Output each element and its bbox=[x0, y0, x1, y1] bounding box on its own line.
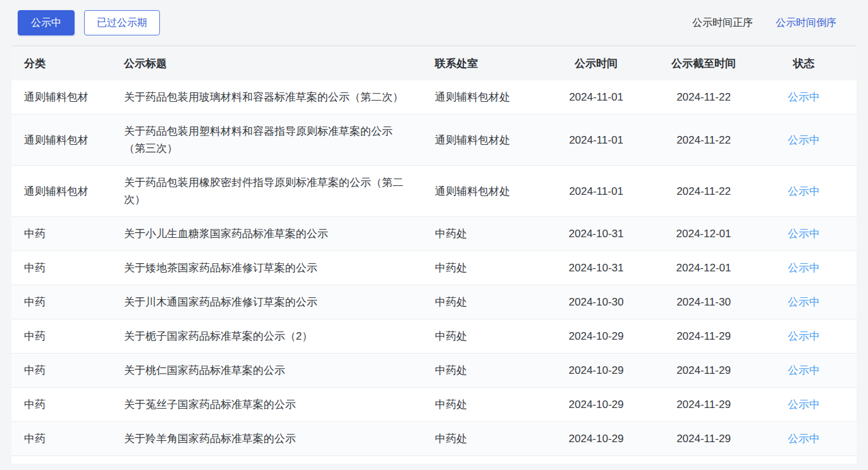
table-body: 通则辅料包材关于药品包装用玻璃材料和容器标准草案的公示（第二次）通则辅料包材处2… bbox=[11, 80, 857, 456]
column-header-status: 状态 bbox=[751, 46, 857, 80]
status-link[interactable]: 公示中 bbox=[751, 388, 857, 422]
notice-title-link[interactable]: 关于矮地茶国家药品标准修订草案的公示 bbox=[111, 251, 422, 285]
toolbar: 公示中 已过公示期 公示时间正序 公示时间倒序 bbox=[11, 0, 857, 46]
notice-table-container: 分类 公示标题 联系处室 公示时间 公示截至时间 状态 通则辅料包材关于药品包装… bbox=[11, 46, 857, 464]
cell-publish-date: 2024-10-30 bbox=[536, 285, 656, 319]
sort-links: 公示时间正序 公示时间倒序 bbox=[692, 16, 836, 30]
notice-title-link[interactable]: 关于栀子国家药品标准草案的公示（2） bbox=[111, 319, 422, 354]
cell-category: 中药 bbox=[11, 285, 111, 319]
cell-category: 中药 bbox=[11, 319, 111, 354]
cell-category: 中药 bbox=[11, 217, 111, 251]
status-link[interactable]: 公示中 bbox=[751, 354, 857, 388]
column-header-category: 分类 bbox=[11, 46, 111, 80]
notice-list-page: 公示中 已过公示期 公示时间正序 公示时间倒序 分类 公示标题 联系处室 公示时… bbox=[0, 0, 868, 464]
cell-category: 中药 bbox=[11, 354, 111, 388]
status-link[interactable]: 公示中 bbox=[751, 166, 857, 217]
table-row: 中药关于矮地茶国家药品标准修订草案的公示中药处2024-10-312024-12… bbox=[11, 251, 857, 285]
cell-deadline-date: 2024-11-29 bbox=[656, 319, 751, 354]
cell-office: 中药处 bbox=[422, 422, 536, 456]
cell-deadline-date: 2024-11-29 bbox=[656, 422, 751, 456]
notice-title-link[interactable]: 关于药品包装用橡胶密封件指导原则标准草案的公示（第二次） bbox=[111, 166, 422, 217]
table-header-row: 分类 公示标题 联系处室 公示时间 公示截至时间 状态 bbox=[11, 46, 857, 80]
column-header-office: 联系处室 bbox=[422, 46, 536, 80]
cell-office: 通则辅料包材处 bbox=[422, 166, 536, 217]
status-link[interactable]: 公示中 bbox=[751, 285, 857, 319]
cell-publish-date: 2024-11-01 bbox=[536, 166, 656, 217]
cell-office: 中药处 bbox=[422, 217, 536, 251]
table-row: 中药关于小儿生血糖浆国家药品标准草案的公示中药处2024-10-312024-1… bbox=[11, 217, 857, 251]
column-header-deadline-date: 公示截至时间 bbox=[656, 46, 751, 80]
cell-publish-date: 2024-10-29 bbox=[536, 388, 656, 422]
notice-title-link[interactable]: 关于小儿生血糖浆国家药品标准草案的公示 bbox=[111, 217, 422, 251]
sort-desc-link[interactable]: 公示时间倒序 bbox=[776, 16, 836, 30]
filter-button-active[interactable]: 公示中 bbox=[18, 10, 75, 35]
table-row: 通则辅料包材关于药品包装用塑料材料和容器指导原则标准草案的公示（第三次）通则辅料… bbox=[11, 114, 857, 166]
notice-title-link[interactable]: 关于菟丝子国家药品标准草案的公示 bbox=[111, 388, 422, 422]
cell-office: 中药处 bbox=[422, 251, 536, 285]
cell-deadline-date: 2024-11-29 bbox=[656, 354, 751, 388]
cell-category: 中药 bbox=[11, 251, 111, 285]
sort-asc-link[interactable]: 公示时间正序 bbox=[692, 16, 753, 30]
cell-category: 中药 bbox=[11, 422, 111, 456]
table-row: 通则辅料包材关于药品包装用玻璃材料和容器标准草案的公示（第二次）通则辅料包材处2… bbox=[11, 80, 857, 114]
table-row: 中药关于栀子国家药品标准草案的公示（2）中药处2024-10-292024-11… bbox=[11, 319, 857, 354]
cell-office: 中药处 bbox=[422, 319, 536, 354]
notice-title-link[interactable]: 关于药品包装用塑料材料和容器指导原则标准草案的公示（第三次） bbox=[111, 114, 422, 166]
cell-deadline-date: 2024-12-01 bbox=[656, 217, 751, 251]
notice-title-link[interactable]: 关于羚羊角国家药品标准草案的公示 bbox=[111, 422, 422, 456]
table-row: 中药关于桃仁国家药品标准草案的公示中药处2024-10-292024-11-29… bbox=[11, 354, 857, 388]
cell-deadline-date: 2024-11-29 bbox=[656, 388, 751, 422]
filter-button-expired[interactable]: 已过公示期 bbox=[84, 10, 160, 35]
status-filter-group: 公示中 已过公示期 bbox=[18, 10, 160, 35]
status-link[interactable]: 公示中 bbox=[751, 422, 857, 456]
cell-publish-date: 2024-10-31 bbox=[536, 251, 656, 285]
cell-publish-date: 2024-11-01 bbox=[536, 80, 656, 114]
notice-table: 分类 公示标题 联系处室 公示时间 公示截至时间 状态 通则辅料包材关于药品包装… bbox=[11, 46, 857, 456]
cell-publish-date: 2024-10-29 bbox=[536, 422, 656, 456]
cell-publish-date: 2024-11-01 bbox=[536, 114, 656, 166]
cell-category: 通则辅料包材 bbox=[11, 166, 111, 217]
status-link[interactable]: 公示中 bbox=[751, 251, 857, 285]
cell-category: 通则辅料包材 bbox=[11, 80, 111, 114]
column-header-title: 公示标题 bbox=[111, 46, 422, 80]
cell-office: 中药处 bbox=[422, 388, 536, 422]
cell-deadline-date: 2024-12-01 bbox=[656, 251, 751, 285]
notice-title-link[interactable]: 关于药品包装用玻璃材料和容器标准草案的公示（第二次） bbox=[111, 80, 422, 114]
column-header-publish-date: 公示时间 bbox=[536, 46, 656, 80]
table-row: 中药关于川木通国家药品标准修订草案的公示中药处2024-10-302024-11… bbox=[11, 285, 857, 319]
cell-publish-date: 2024-10-29 bbox=[536, 319, 656, 354]
cell-publish-date: 2024-10-29 bbox=[536, 354, 656, 388]
status-link[interactable]: 公示中 bbox=[751, 114, 857, 166]
cell-deadline-date: 2024-11-22 bbox=[656, 166, 751, 217]
notice-title-link[interactable]: 关于川木通国家药品标准修订草案的公示 bbox=[111, 285, 422, 319]
table-row: 通则辅料包材关于药品包装用橡胶密封件指导原则标准草案的公示（第二次）通则辅料包材… bbox=[11, 166, 857, 217]
status-link[interactable]: 公示中 bbox=[751, 80, 857, 114]
cell-deadline-date: 2024-11-22 bbox=[656, 114, 751, 166]
notice-title-link[interactable]: 关于桃仁国家药品标准草案的公示 bbox=[111, 354, 422, 388]
status-link[interactable]: 公示中 bbox=[751, 217, 857, 251]
cell-category: 通则辅料包材 bbox=[11, 114, 111, 166]
cell-office: 通则辅料包材处 bbox=[422, 114, 536, 166]
cell-publish-date: 2024-10-31 bbox=[536, 217, 656, 251]
cell-category: 中药 bbox=[11, 388, 111, 422]
table-row: 中药关于羚羊角国家药品标准草案的公示中药处2024-10-292024-11-2… bbox=[11, 422, 857, 456]
cell-deadline-date: 2024-11-30 bbox=[656, 285, 751, 319]
table-row: 中药关于菟丝子国家药品标准草案的公示中药处2024-10-292024-11-2… bbox=[11, 388, 857, 422]
cell-office: 中药处 bbox=[422, 285, 536, 319]
cell-deadline-date: 2024-11-22 bbox=[656, 80, 751, 114]
status-link[interactable]: 公示中 bbox=[751, 319, 857, 354]
cell-office: 通则辅料包材处 bbox=[422, 80, 536, 114]
cell-office: 中药处 bbox=[422, 354, 536, 388]
